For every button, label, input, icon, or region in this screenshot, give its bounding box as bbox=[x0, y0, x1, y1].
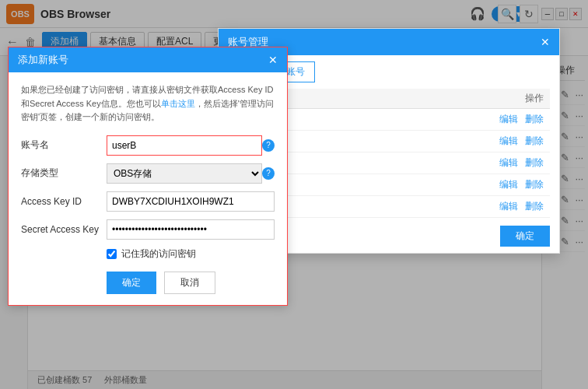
add-dialog-close-icon[interactable]: ✕ bbox=[268, 54, 278, 66]
add-dialog-header: 添加新账号 ✕ bbox=[9, 47, 287, 72]
edit-account-link[interactable]: 编辑 bbox=[499, 179, 518, 190]
add-cancel-button[interactable]: 取消 bbox=[164, 272, 215, 294]
secret-access-key-row: Secret Access Key bbox=[21, 219, 275, 240]
add-confirm-button[interactable]: 确定 bbox=[107, 272, 156, 294]
remember-key-row: 记住我的访问密钥 bbox=[107, 247, 275, 261]
delete-account-link[interactable]: 删除 bbox=[525, 157, 544, 168]
delete-account-link[interactable]: 删除 bbox=[525, 135, 544, 146]
account-confirm-button[interactable]: 确定 bbox=[500, 226, 550, 247]
add-account-dialog: 添加新账号 ✕ 如果您已经创建了访问密钥，请直接从密钥文件获取Access Ke… bbox=[8, 47, 288, 306]
add-dialog-description: 如果您已经创建了访问密钥，请直接从密钥文件获取Access Key ID和Sec… bbox=[21, 83, 275, 124]
acc-header-action: 操作 bbox=[481, 92, 544, 105]
delete-account-link[interactable]: 删除 bbox=[525, 114, 544, 124]
storage-type-select[interactable]: OBS存储 S3存储 bbox=[107, 163, 262, 184]
dialog-footer: 确定 取消 bbox=[21, 272, 275, 294]
secret-access-key-label: Secret Access Key bbox=[21, 224, 107, 235]
delete-account-link[interactable]: 删除 bbox=[525, 179, 544, 190]
storage-type-label: 存储类型 bbox=[21, 166, 107, 180]
access-key-id-label: Access Key ID bbox=[21, 196, 107, 207]
add-dialog-body: 如果您已经创建了访问密钥，请直接从密钥文件获取Access Key ID和Sec… bbox=[9, 72, 287, 305]
account-panel-close-icon[interactable]: ✕ bbox=[541, 36, 550, 48]
edit-account-link[interactable]: 编辑 bbox=[499, 201, 518, 212]
remember-key-checkbox[interactable] bbox=[107, 249, 117, 259]
delete-account-link[interactable]: 删除 bbox=[525, 201, 544, 212]
account-name-label: 账号名 bbox=[21, 138, 107, 152]
secret-access-key-input[interactable] bbox=[107, 219, 275, 240]
account-name-input[interactable] bbox=[107, 135, 262, 156]
storage-type-row: 存储类型 OBS存储 S3存储 ? bbox=[21, 163, 275, 184]
click-here-link[interactable]: 单击这里 bbox=[161, 99, 195, 108]
add-dialog-title: 添加新账号 bbox=[18, 53, 68, 67]
access-key-id-input[interactable] bbox=[107, 191, 275, 212]
remember-key-label: 记住我的访问密钥 bbox=[121, 247, 196, 261]
storage-type-select-wrap: OBS存储 S3存储 bbox=[107, 163, 262, 184]
edit-account-link[interactable]: 编辑 bbox=[499, 114, 518, 124]
account-name-help-icon[interactable]: ? bbox=[262, 139, 275, 152]
edit-account-link[interactable]: 编辑 bbox=[499, 157, 518, 168]
edit-account-link[interactable]: 编辑 bbox=[499, 135, 518, 146]
account-name-row: 账号名 ? bbox=[21, 135, 275, 156]
storage-type-help-icon[interactable]: ? bbox=[262, 167, 275, 180]
access-key-id-row: Access Key ID bbox=[21, 191, 275, 212]
